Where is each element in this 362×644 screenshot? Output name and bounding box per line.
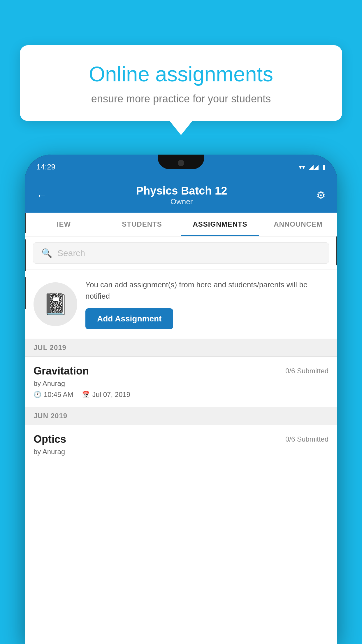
app-header: ← Physics Batch 12 Owner ⚙	[25, 179, 337, 213]
assignment-time-value: 10:45 AM	[44, 391, 73, 399]
header-center: Physics Batch 12 Owner	[136, 185, 227, 206]
volume-up-button	[25, 213, 26, 233]
assignment-by-optics: by Anurag	[34, 448, 328, 456]
back-button[interactable]: ←	[36, 189, 47, 202]
settings-icon[interactable]: ⚙	[316, 189, 326, 202]
assignment-name: Gravitation	[34, 365, 89, 377]
battery-icon: ▮	[322, 163, 326, 171]
assignment-name-optics: Optics	[34, 433, 66, 445]
front-camera	[178, 160, 184, 166]
tab-students[interactable]: STUDENTS	[103, 213, 181, 236]
search-bar[interactable]: 🔍 Search	[33, 242, 329, 264]
volume-down-button	[25, 239, 26, 271]
tab-iew[interactable]: IEW	[25, 213, 103, 236]
clock-icon: 🕐	[34, 391, 41, 398]
add-assignment-section: 📓 You can add assignment(s) from here an…	[25, 270, 337, 339]
search-icon: 🔍	[41, 248, 52, 258]
assignment-submitted: 0/6 Submitted	[285, 367, 328, 375]
batch-role: Owner	[136, 197, 227, 206]
assignment-by: by Anurag	[34, 379, 328, 388]
assignment-icon-circle: 📓	[34, 282, 77, 326]
assignment-date-value: Jul 07, 2019	[92, 391, 130, 399]
month-separator-jul: JUL 2019	[25, 339, 337, 357]
bubble-title: Online assignments	[40, 63, 322, 86]
assignment-submitted-optics: 0/6 Submitted	[285, 435, 328, 443]
signal-icon: ◢◢	[309, 163, 319, 171]
assignment-item-header: Gravitation 0/6 Submitted	[34, 365, 328, 377]
search-placeholder: Search	[57, 248, 85, 258]
calendar-icon: 📅	[82, 391, 90, 398]
assignment-date: 📅 Jul 07, 2019	[82, 391, 130, 399]
assignment-meta: 🕐 10:45 AM 📅 Jul 07, 2019	[34, 391, 328, 399]
speech-bubble-card: Online assignments ensure more practice …	[20, 45, 342, 121]
status-bar: 14:29 ▾▾ ◢◢ ▮	[25, 155, 337, 179]
notch	[158, 155, 204, 169]
assignment-time: 🕐 10:45 AM	[34, 391, 73, 399]
phone-screen: ← Physics Batch 12 Owner ⚙ IEW STUDENTS …	[25, 179, 337, 644]
tabs-bar: IEW STUDENTS ASSIGNMENTS ANNOUNCEM	[25, 213, 337, 237]
batch-title: Physics Batch 12	[136, 185, 227, 197]
assignment-item-optics[interactable]: Optics 0/6 Submitted by Anurag	[25, 425, 337, 467]
silent-button	[25, 277, 26, 309]
assignment-item-header-optics: Optics 0/6 Submitted	[34, 433, 328, 445]
assignment-item-gravitation[interactable]: Gravitation 0/6 Submitted by Anurag 🕐 10…	[25, 357, 337, 407]
phone-frame: 14:29 ▾▾ ◢◢ ▮ ← Physics Batch 12 Owner ⚙…	[25, 155, 337, 644]
bubble-subtitle: ensure more practice for your students	[40, 93, 322, 105]
add-assignment-button[interactable]: Add Assignment	[85, 308, 173, 329]
tab-announcements[interactable]: ANNOUNCEM	[259, 213, 337, 236]
month-separator-jun: JUN 2019	[25, 407, 337, 425]
notebook-icon: 📓	[43, 292, 68, 316]
add-assignment-content: You can add assignment(s) from here and …	[85, 279, 328, 329]
search-container: 🔍 Search	[25, 237, 337, 270]
power-button	[336, 236, 337, 265]
add-assignment-description: You can add assignment(s) from here and …	[85, 279, 328, 302]
status-icons: ▾▾ ◢◢ ▮	[299, 163, 326, 171]
tab-assignments[interactable]: ASSIGNMENTS	[181, 213, 259, 236]
wifi-icon: ▾▾	[299, 163, 305, 171]
